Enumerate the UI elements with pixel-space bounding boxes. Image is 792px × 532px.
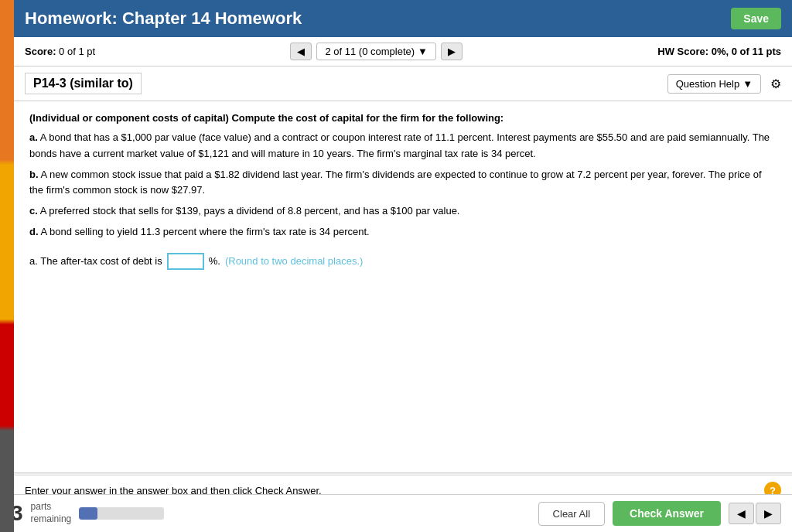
score-value: 0 of 1 pt	[59, 46, 95, 57]
question-title-bold: (Individual or component costs of capita…	[29, 112, 229, 124]
nav-prev-button[interactable]: ◀	[290, 43, 312, 60]
progress-bar-fill	[79, 507, 97, 520]
hw-score: HW Score: 0%, 0 of 11 pts	[657, 46, 781, 57]
part-d-letter: d.	[29, 226, 39, 237]
answer-input[interactable]	[167, 253, 204, 270]
parts-line1: parts	[31, 501, 72, 513]
top-bar: Homework: Chapter 14 Homework Save	[14, 0, 792, 37]
clear-all-button[interactable]: Clear All	[538, 502, 605, 522]
score-label: Score:	[25, 46, 56, 57]
answer-row: a. The after-tax cost of debt is %. (Rou…	[29, 253, 777, 270]
page-title: Homework: Chapter 14 Homework	[25, 9, 302, 29]
main-content: (Individual or component costs of capita…	[14, 101, 792, 472]
nav-dropdown-icon: ▼	[418, 46, 428, 57]
question-part-a: a. A bond that has a $1,000 par value (f…	[29, 130, 777, 162]
help-dropdown-icon: ▼	[742, 78, 753, 90]
part-a-letter: a.	[29, 131, 38, 143]
bottom-prev-button[interactable]: ◀	[729, 503, 754, 521]
score-display: Score: 0 of 1 pt	[25, 46, 95, 57]
nav-arrows: ◀ ▶	[729, 503, 781, 521]
part-a-text: A bond that has a $1,000 par value (face…	[29, 131, 770, 159]
round-note: (Round to two decimal places.)	[225, 255, 363, 267]
question-part-c: c. A preferred stock that sells for $139…	[29, 203, 777, 220]
part-c-text: A preferred stock that sells for $139, p…	[40, 205, 460, 217]
part-b-letter: b.	[29, 169, 39, 180]
left-sidebar	[0, 0, 14, 521]
nav-text: 2 of 11 (0 complete)	[325, 46, 415, 57]
answer-suffix: %.	[209, 255, 220, 267]
answer-prefix: a. The after-tax cost of debt is	[29, 255, 162, 267]
part-c-letter: c.	[29, 205, 38, 217]
check-answer-button[interactable]: Check Answer	[613, 501, 721, 521]
divider-1	[14, 472, 792, 473]
score-bar: Score: 0 of 1 pt ◀ 2 of 11 (0 complete) …	[14, 37, 792, 66]
question-body: a. A bond that has a $1,000 par value (f…	[29, 130, 777, 240]
question-part-d: d. A bond selling to yield 11.3 percent …	[29, 224, 777, 240]
parts-section: 3 parts remaining	[11, 501, 164, 521]
nav-next-button[interactable]: ▶	[441, 43, 463, 60]
gear-icon[interactable]: ⚙	[770, 77, 781, 91]
save-button[interactable]: Save	[731, 8, 781, 29]
bottom-bar: 3 parts remaining Clear All Check Answer…	[0, 494, 792, 521]
nav-center: ◀ 2 of 11 (0 complete) ▼ ▶	[290, 43, 463, 60]
parts-label: parts remaining	[31, 501, 72, 521]
nav-progress[interactable]: 2 of 11 (0 complete) ▼	[316, 43, 436, 60]
question-part-b: b. A new common stock issue that paid a …	[29, 167, 777, 200]
question-help-button[interactable]: Question Help ▼	[667, 74, 761, 94]
parts-line2: remaining	[31, 513, 72, 521]
question-header: P14-3 (similar to) Question Help ▼ ⚙	[14, 66, 792, 101]
question-title: (Individual or component costs of capita…	[29, 112, 777, 124]
progress-bar-container	[79, 507, 164, 520]
question-id: P14-3 (similar to)	[25, 73, 142, 94]
part-b-text: A new common stock issue that paid a $1.…	[29, 169, 762, 196]
question-help-label: Question Help	[676, 78, 739, 90]
bottom-next-button[interactable]: ▶	[756, 503, 781, 521]
part-d-text: A bond selling to yield 11.3 percent whe…	[40, 226, 369, 237]
question-title-rest: Compute the cost of capital for the firm…	[231, 112, 504, 124]
